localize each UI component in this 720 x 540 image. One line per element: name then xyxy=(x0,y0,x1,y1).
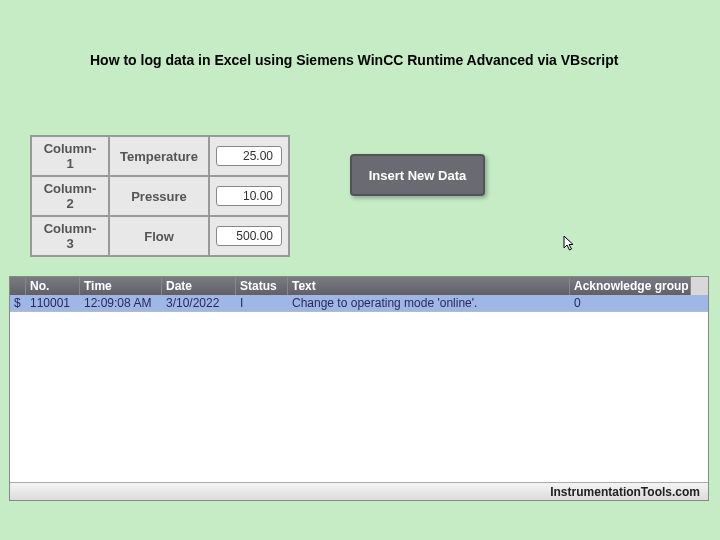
alarm-header-row: No. Time Date Status Text Acknowledge gr… xyxy=(10,277,708,295)
column-value-cell: 500.00 xyxy=(209,216,289,256)
alarm-header-status[interactable]: Status xyxy=(236,277,288,295)
column-id-cell: Column-2 xyxy=(31,176,109,216)
alarm-ack: 0 xyxy=(570,295,708,311)
value-field-pressure[interactable]: 10.00 xyxy=(216,186,282,206)
value-field-flow[interactable]: 500.00 xyxy=(216,226,282,246)
alarm-header-no[interactable]: No. xyxy=(26,277,80,295)
page-title: How to log data in Excel using Siemens W… xyxy=(90,52,618,68)
alarm-header-flag xyxy=(10,277,26,295)
value-field-temperature[interactable]: 25.00 xyxy=(216,146,282,166)
column-label-cell: Temperature xyxy=(109,136,209,176)
column-id-cell: Column-3 xyxy=(31,216,109,256)
alarm-header-date[interactable]: Date xyxy=(162,277,236,295)
scrollbar-stub xyxy=(691,277,708,295)
table-row: Column-2 Pressure 10.00 xyxy=(31,176,289,216)
column-label-cell: Pressure xyxy=(109,176,209,216)
table-row: Column-3 Flow 500.00 xyxy=(31,216,289,256)
insert-new-data-button[interactable]: Insert New Data xyxy=(350,154,485,196)
alarm-panel: No. Time Date Status Text Acknowledge gr… xyxy=(9,276,709,501)
alarm-time: 12:09:08 AM xyxy=(80,295,162,311)
column-value-cell: 10.00 xyxy=(209,176,289,216)
column-id-cell: Column-1 xyxy=(31,136,109,176)
alarm-flag: $ xyxy=(10,295,26,311)
alarm-text: Change to operating mode 'online'. xyxy=(288,295,570,311)
alarm-header-text[interactable]: Text xyxy=(288,277,570,295)
alarm-date: 3/10/2022 xyxy=(162,295,236,311)
input-table: Column-1 Temperature 25.00 Column-2 Pres… xyxy=(30,135,290,257)
alarm-header-time[interactable]: Time xyxy=(80,277,162,295)
mouse-cursor-icon xyxy=(563,235,577,253)
alarm-header-ack[interactable]: Acknowledge group xyxy=(570,277,691,295)
column-value-cell: 25.00 xyxy=(209,136,289,176)
alarm-footer: InstrumentationTools.com xyxy=(10,482,708,500)
table-row: Column-1 Temperature 25.00 xyxy=(31,136,289,176)
column-label-cell: Flow xyxy=(109,216,209,256)
alarm-status: I xyxy=(236,295,288,311)
alarm-no: 110001 xyxy=(26,295,80,311)
alarm-row[interactable]: $ 110001 12:09:08 AM 3/10/2022 I Change … xyxy=(10,295,708,312)
